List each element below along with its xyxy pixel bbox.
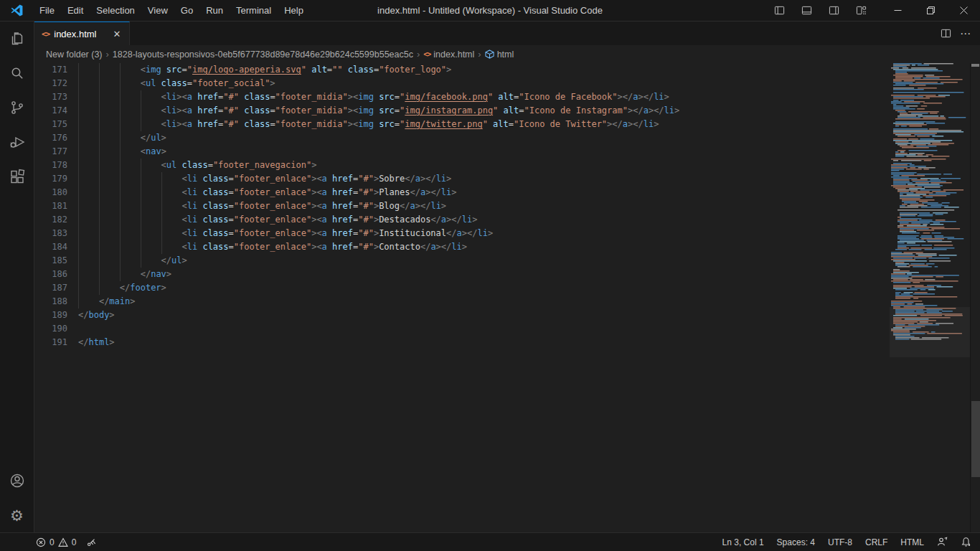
breadcrumb-project-folder[interactable]: 1828-layouts-responsivos-0eb5f677738d89e… [113, 50, 413, 60]
code-line-183[interactable]: 183 <li class="footer_enlace"><a href="#… [34, 227, 887, 240]
cursor-position[interactable]: Ln 3, Col 1 [722, 537, 764, 547]
code-text: <li><a href="#" class="footer_midia"><im… [78, 90, 669, 104]
line-number[interactable]: 173 [34, 90, 78, 104]
line-number[interactable]: 175 [34, 118, 78, 131]
menubar-items: FileEditSelectionViewGoRunTerminalHelp [33, 5, 310, 16]
line-number[interactable]: 177 [34, 145, 78, 159]
toggle-secondary-sidebar-icon[interactable] [824, 1, 844, 20]
code-line-189[interactable]: 189</body> [34, 309, 887, 322]
line-number[interactable]: 178 [34, 159, 78, 172]
line-number[interactable]: 189 [34, 309, 78, 322]
accounts-icon[interactable] [0, 463, 34, 498]
line-number[interactable]: 183 [34, 227, 78, 240]
minimize-icon[interactable] [881, 0, 914, 21]
tab-close-icon[interactable]: ✕ [110, 27, 123, 40]
settings-gear-icon[interactable]: ⚙ [0, 498, 34, 532]
line-number[interactable]: 186 [34, 268, 78, 281]
feedback-icon[interactable] [937, 537, 948, 547]
language-mode[interactable]: HTML [900, 537, 924, 547]
bell-icon[interactable] [961, 537, 971, 547]
breadcrumb-file[interactable]: <> index.html [423, 50, 474, 60]
line-number[interactable]: 187 [34, 281, 78, 295]
more-actions-icon[interactable]: ⋯ [960, 27, 971, 40]
code-line-190[interactable]: 190 [34, 322, 887, 336]
code-line-191[interactable]: 191</html> [34, 336, 887, 349]
customize-layout-icon[interactable] [851, 1, 871, 20]
explorer-icon[interactable] [0, 22, 34, 56]
line-number[interactable]: 179 [34, 172, 78, 186]
code-line-182[interactable]: 182 <li class="footer_enlace"><a href="#… [34, 213, 887, 227]
line-number[interactable]: 171 [34, 63, 78, 77]
code-line-180[interactable]: 180 <li class="footer_enlace"><a href="#… [34, 186, 887, 199]
close-icon[interactable] [947, 0, 980, 21]
tab-label: index.html [54, 29, 106, 39]
line-number[interactable]: 191 [34, 336, 78, 349]
line-number[interactable]: 176 [34, 131, 78, 145]
tab-index-html[interactable]: <> index.html ✕ [34, 22, 130, 45]
menu-item-terminal[interactable]: Terminal [230, 5, 278, 16]
editor-scrollbar[interactable] [970, 63, 980, 532]
line-number[interactable]: 182 [34, 213, 78, 227]
restore-icon[interactable] [914, 0, 947, 21]
search-icon[interactable] [0, 56, 34, 90]
line-number[interactable]: 184 [34, 240, 78, 254]
code-line-178[interactable]: 178 <ul class="footer_navegacion"> [34, 159, 887, 172]
breadcrumb-folder[interactable]: New folder (3) [46, 50, 103, 60]
ports-forwarded[interactable] [86, 537, 97, 547]
code-line-172[interactable]: 172 <ul class="footer_social"> [34, 77, 887, 90]
code-text: <li class="footer_enlace"><a href="#">In… [78, 227, 493, 240]
menu-item-view[interactable]: View [141, 5, 174, 16]
code-line-188[interactable]: 188 </main> [34, 295, 887, 309]
scrollbar-thumb[interactable] [971, 401, 980, 477]
menu-item-selection[interactable]: Selection [90, 5, 141, 16]
code-line-184[interactable]: 184 <li class="footer_enlace"><a href="#… [34, 240, 887, 254]
code-text: <li><a href="#" class="footer_midia"><im… [78, 104, 679, 118]
line-number[interactable]: 188 [34, 295, 78, 309]
minimap[interactable] [890, 63, 970, 532]
breadcrumb-symbol-html[interactable]: html [485, 50, 514, 60]
chevron-right-icon: › [416, 49, 420, 60]
line-number[interactable]: 181 [34, 199, 78, 213]
code-line-174[interactable]: 174 <li><a href="#" class="footer_midia"… [34, 104, 887, 118]
code-line-185[interactable]: 185 </ul> [34, 254, 887, 268]
breadcrumb: New folder (3) › 1828-layouts-responsivo… [34, 45, 980, 63]
code-text: </footer> [78, 281, 166, 295]
indentation[interactable]: Spaces: 4 [777, 537, 815, 547]
extensions-icon[interactable] [0, 159, 34, 194]
code-text: <li class="footer_enlace"><a href="#">So… [78, 172, 451, 186]
run-and-debug-icon[interactable] [0, 125, 34, 159]
activity-bar: ⚙ [0, 22, 34, 532]
code-line-175[interactable]: 175 <li><a href="#" class="footer_midia"… [34, 118, 887, 131]
eol-sequence[interactable]: CRLF [865, 537, 887, 547]
menu-item-help[interactable]: Help [278, 5, 310, 16]
minimap-slider[interactable] [890, 307, 970, 357]
menu-item-file[interactable]: File [33, 5, 61, 16]
code-text: <li><a href="#" class="footer_midia"><im… [78, 118, 659, 131]
html-file-icon: <> [423, 50, 430, 58]
line-number[interactable]: 174 [34, 104, 78, 118]
vscode-logo-icon [0, 4, 33, 17]
menu-item-edit[interactable]: Edit [61, 5, 90, 16]
problems-indicator[interactable]: 0 0 [36, 537, 76, 547]
code-line-181[interactable]: 181 <li class="footer_enlace"><a href="#… [34, 199, 887, 213]
code-line-179[interactable]: 179 <li class="footer_enlace"><a href="#… [34, 172, 887, 186]
line-number[interactable]: 180 [34, 186, 78, 199]
line-number[interactable]: 185 [34, 254, 78, 268]
code-line-187[interactable]: 187 </footer> [34, 281, 887, 295]
code-line-177[interactable]: 177 <nav> [34, 145, 887, 159]
code-line-176[interactable]: 176 </ul> [34, 131, 887, 145]
toggle-primary-sidebar-icon[interactable] [769, 1, 789, 20]
menu-item-go[interactable]: Go [174, 5, 199, 16]
split-editor-icon[interactable] [941, 28, 951, 39]
status-bar: 0 0 Ln 3, Col 1 Spaces: 4 UTF-8 CRLF HTM… [0, 532, 980, 551]
line-number[interactable]: 172 [34, 77, 78, 90]
code-line-186[interactable]: 186 </nav> [34, 268, 887, 281]
source-control-icon[interactable] [0, 90, 34, 125]
code-editor[interactable]: 171 <img src="img/logo-apeperia.svg" alt… [34, 63, 980, 532]
encoding[interactable]: UTF-8 [828, 537, 852, 547]
code-line-173[interactable]: 173 <li><a href="#" class="footer_midia"… [34, 90, 887, 104]
code-line-171[interactable]: 171 <img src="img/logo-apeperia.svg" alt… [34, 63, 887, 77]
menu-item-run[interactable]: Run [199, 5, 230, 16]
toggle-panel-icon[interactable] [796, 1, 816, 20]
line-number[interactable]: 190 [34, 322, 78, 336]
